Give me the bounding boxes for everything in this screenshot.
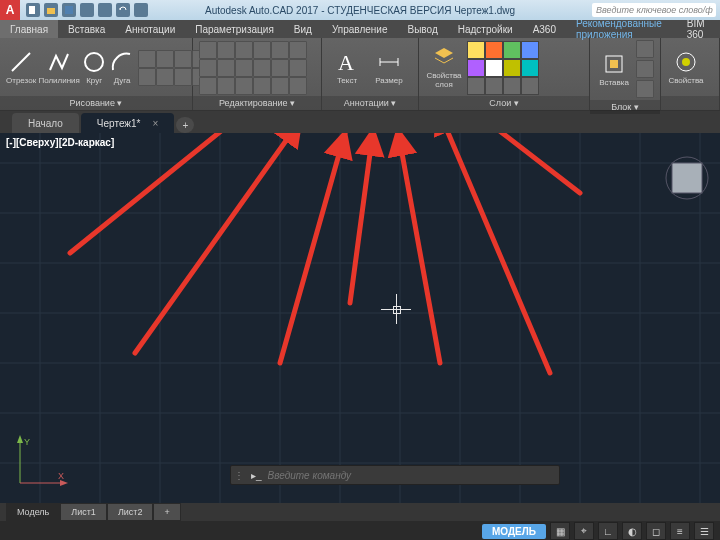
cmd-layer-props-button[interactable]: Свойства слоя	[425, 45, 463, 89]
tab-annotate[interactable]: Аннотации	[115, 20, 185, 38]
viewport-label[interactable]: [-][Сверху][2D-каркас]	[6, 137, 114, 148]
layout2-tab[interactable]: Лист2	[107, 503, 154, 521]
panel-modify-title[interactable]: Редактирование ▾	[193, 96, 321, 110]
panel-layers-title[interactable]: Слои ▾	[419, 96, 589, 110]
modify-button[interactable]	[217, 77, 235, 95]
block-small-button[interactable]	[636, 40, 654, 58]
panel-properties-title	[661, 96, 719, 110]
cmd-text-button[interactable]: AТекст	[328, 50, 366, 85]
model-space-badge[interactable]: МОДЕЛЬ	[482, 524, 546, 539]
modify-button[interactable]	[271, 41, 289, 59]
modify-button[interactable]	[271, 77, 289, 95]
app-menu-button[interactable]: A	[0, 0, 20, 20]
layer-tool-button[interactable]	[485, 41, 503, 59]
tab-home[interactable]: Главная	[0, 20, 58, 38]
block-small-button[interactable]	[636, 60, 654, 78]
dimension-icon	[377, 50, 401, 74]
status-snap-icon[interactable]: ⌖	[574, 522, 594, 540]
layer-tool-button[interactable]	[485, 59, 503, 77]
qat-undo-icon[interactable]	[116, 3, 130, 17]
modify-button[interactable]	[199, 59, 217, 77]
command-input[interactable]	[266, 469, 559, 482]
status-lwt-icon[interactable]: ≡	[670, 522, 690, 540]
cmd-circle-button[interactable]: Круг	[82, 50, 106, 85]
drawing-tab-active[interactable]: Чертеж1*×	[81, 113, 174, 133]
status-ortho-icon[interactable]: ∟	[598, 522, 618, 540]
draw-small-button[interactable]	[174, 50, 192, 68]
cmd-arc-button[interactable]: Дуга	[110, 50, 134, 85]
panel-annotation-title[interactable]: Аннотации ▾	[322, 96, 418, 110]
tab-recommended[interactable]: Рекомендованные приложения	[566, 20, 677, 38]
tab-a360[interactable]: A360	[523, 20, 566, 38]
qat-new-icon[interactable]	[26, 3, 40, 17]
modify-button[interactable]	[199, 41, 217, 59]
layer-tool-button[interactable]	[503, 59, 521, 77]
qat-redo-icon[interactable]	[134, 3, 148, 17]
block-small-button[interactable]	[636, 80, 654, 98]
qat-open-icon[interactable]	[44, 3, 58, 17]
layer-tool-button[interactable]	[467, 77, 485, 95]
tab-bim360[interactable]: BIM 360	[677, 20, 720, 38]
draw-small-button[interactable]	[138, 68, 156, 86]
model-tab[interactable]: Модель	[6, 503, 60, 521]
cmd-dimension-button[interactable]: Размер	[370, 50, 408, 85]
cmd-polyline-button[interactable]: Полилиния	[40, 50, 78, 85]
start-tab[interactable]: Начало	[12, 113, 79, 133]
modify-button[interactable]	[235, 59, 253, 77]
draw-small-button[interactable]	[156, 50, 174, 68]
layer-tool-button[interactable]	[503, 77, 521, 95]
qat-saveas-icon[interactable]	[80, 3, 94, 17]
modify-button[interactable]	[217, 41, 235, 59]
status-menu-icon[interactable]: ☰	[694, 522, 714, 540]
tab-addins[interactable]: Надстройки	[448, 20, 523, 38]
title-search-input[interactable]: Введите ключевое слово/ф	[592, 3, 716, 17]
status-polar-icon[interactable]: ◐	[622, 522, 642, 540]
tab-manage[interactable]: Управление	[322, 20, 398, 38]
qat-save-icon[interactable]	[62, 3, 76, 17]
tab-insert[interactable]: Вставка	[58, 20, 115, 38]
modify-button[interactable]	[253, 77, 271, 95]
ucs-icon[interactable]: Y X	[10, 433, 70, 493]
status-grid-icon[interactable]: ▦	[550, 522, 570, 540]
tab-view[interactable]: Вид	[284, 20, 322, 38]
modify-button[interactable]	[217, 59, 235, 77]
command-handle-icon[interactable]: ⋮	[231, 470, 247, 481]
draw-small-button[interactable]	[156, 68, 174, 86]
layer-tool-button[interactable]	[467, 59, 485, 77]
layout1-tab[interactable]: Лист1	[60, 503, 107, 521]
drawing-viewport[interactable]: [-][Сверху][2D-каркас] Y X ⋮ ▸_	[0, 133, 720, 503]
modify-button[interactable]	[253, 41, 271, 59]
status-osnap-icon[interactable]: ◻	[646, 522, 666, 540]
layer-tool-button[interactable]	[467, 41, 485, 59]
modify-button[interactable]	[289, 59, 307, 77]
ribbon: Отрезок Полилиния Круг Дуга Рисование ▾ …	[0, 38, 720, 111]
modify-button[interactable]	[199, 77, 217, 95]
close-tab-icon[interactable]: ×	[152, 118, 158, 129]
cmd-insert-button[interactable]: Вставка	[596, 52, 632, 87]
draw-small-button[interactable]	[138, 50, 156, 68]
command-line[interactable]: ⋮ ▸_	[230, 465, 560, 485]
layer-tool-button[interactable]	[485, 77, 503, 95]
layer-tool-button[interactable]	[521, 59, 539, 77]
panel-draw-title[interactable]: Рисование ▾	[0, 96, 192, 110]
layer-tool-button[interactable]	[521, 77, 539, 95]
qat-print-icon[interactable]	[98, 3, 112, 17]
panel-block-title[interactable]: Блок ▾	[590, 100, 660, 114]
layer-tool-button[interactable]	[503, 41, 521, 59]
modify-button[interactable]	[289, 77, 307, 95]
tab-parametric[interactable]: Параметризация	[185, 20, 284, 38]
tab-output[interactable]: Вывод	[398, 20, 448, 38]
modify-button[interactable]	[289, 41, 307, 59]
cmd-line-button[interactable]: Отрезок	[6, 50, 36, 85]
layer-tool-button[interactable]	[521, 41, 539, 59]
new-tab-button[interactable]: +	[176, 117, 194, 133]
cmd-insert-label: Вставка	[599, 78, 629, 87]
modify-button[interactable]	[235, 41, 253, 59]
modify-button[interactable]	[235, 77, 253, 95]
cmd-properties-button[interactable]: Свойства	[667, 50, 705, 85]
draw-small-button[interactable]	[174, 68, 192, 86]
modify-button[interactable]	[271, 59, 289, 77]
viewcube[interactable]	[664, 155, 710, 201]
add-layout-tab[interactable]: +	[153, 503, 180, 521]
modify-button[interactable]	[253, 59, 271, 77]
